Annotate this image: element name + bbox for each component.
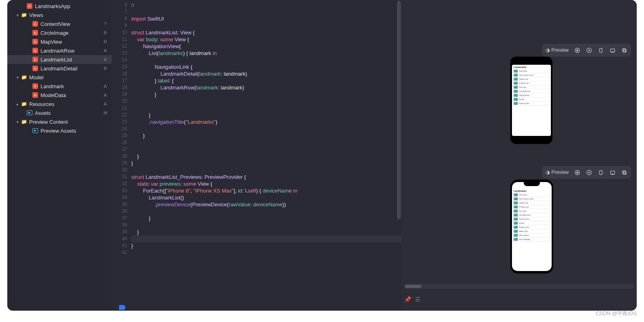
list-item[interactable]: Twin Lake	[512, 85, 551, 89]
nav-item-landmarksapp[interactable]: LandmarksApp	[7, 2, 112, 11]
disclosure-chevron[interactable]: ▾	[15, 75, 20, 80]
code-line[interactable]: LandmarkRow(landmark: landmark)	[131, 84, 402, 91]
nav-item-modeldata[interactable]: ModelDataA	[7, 91, 112, 100]
code-line[interactable]: }	[131, 160, 402, 167]
code-line[interactable]: struct LandmarkList_Previews: PreviewPro…	[131, 174, 402, 180]
list-item[interactable]: Chilkoot Trail	[512, 77, 551, 81]
list-item[interactable]: St. Mary Lake	[512, 205, 552, 209]
duplicate-icon[interactable]	[619, 45, 630, 55]
preview-hscrollbar[interactable]	[404, 284, 634, 289]
nav-item-model[interactable]: ▾📁Model	[7, 73, 112, 82]
scrollbar-thumb[interactable]	[405, 285, 421, 288]
list-item[interactable]: St. Mary Lake	[512, 81, 551, 85]
list-item[interactable]: Lake McDonald	[512, 213, 552, 217]
code-line[interactable]	[131, 98, 402, 105]
code-line[interactable]: NavigationLink {	[131, 64, 402, 70]
device-settings-icon[interactable]	[595, 167, 606, 178]
code-line[interactable]	[131, 222, 402, 229]
code-line[interactable]	[131, 208, 402, 215]
list-item[interactable]: Twin Lake	[512, 209, 552, 213]
list-item[interactable]: Icy Bay	[512, 221, 552, 225]
nav-item-contentview[interactable]: ContentView?	[7, 19, 112, 28]
code-line[interactable]: }	[131, 112, 402, 119]
inspect-icon[interactable]	[584, 167, 595, 178]
nav-item-views[interactable]: ▾📁Views	[7, 11, 112, 19]
device-settings-icon[interactable]	[595, 45, 606, 55]
preview-canvas[interactable]: ◑Preview Landmarks Turtle RockSilver Sal…	[402, 0, 637, 311]
code-line[interactable]: }	[131, 242, 402, 249]
inspect-icon[interactable]	[584, 45, 595, 55]
list-item[interactable]: Silver Salmon Creek	[512, 73, 551, 77]
preview-device-iphone8[interactable]: Landmarks Turtle RockSilver Salmon Creek…	[510, 57, 552, 144]
preview-device-iphonexsmax[interactable]: Landmarks Turtle RockSilver Salmon Creek…	[510, 180, 553, 273]
play-icon[interactable]	[572, 45, 583, 55]
code-view[interactable]: // import SwiftUI struct LandmarkList: V…	[131, 0, 402, 311]
code-line[interactable]: .navigationTitle("Landmarks")	[131, 119, 402, 125]
list-item[interactable]: Charley Rivers	[512, 93, 551, 97]
code-line[interactable]	[131, 146, 402, 153]
preview-mode-button[interactable]: ◑Preview	[543, 45, 571, 55]
code-line[interactable]: }	[131, 132, 402, 139]
variants-icon[interactable]	[607, 167, 618, 178]
nav-item-landmarklist[interactable]: LandmarkListA	[7, 55, 112, 64]
editor-scrollbar[interactable]	[396, 0, 402, 311]
code-line[interactable]: static var previews: some View {	[131, 180, 402, 187]
code-line[interactable]: //	[131, 2, 402, 8]
code-line[interactable]	[131, 8, 402, 15]
code-line[interactable]	[131, 57, 402, 64]
scrollbar-thumb[interactable]	[397, 1, 401, 219]
disclosure-chevron[interactable]: ▾	[15, 120, 20, 124]
code-line[interactable]: }	[131, 229, 402, 235]
list-item[interactable]: Silver Salmon Creek	[512, 197, 552, 201]
code-line[interactable]: } label: {	[131, 77, 402, 84]
project-navigator[interactable]: LandmarksApp▾📁ViewsContentView?CircleIma…	[7, 0, 112, 311]
code-line[interactable]	[131, 125, 402, 132]
code-line[interactable]	[131, 235, 402, 242]
nav-item-preview-assets[interactable]: Preview Assets	[7, 126, 112, 135]
outline-icon[interactable]: ☰	[415, 296, 420, 303]
breakpoint-indicator[interactable]	[119, 305, 126, 310]
preview-mode-button[interactable]: ◑Preview	[543, 167, 571, 178]
code-line[interactable]: NavigationView{	[131, 43, 402, 50]
list-item[interactable]: Rainbow Lake	[512, 225, 552, 229]
play-icon[interactable]	[572, 167, 583, 178]
code-line[interactable]: import SwiftUI	[131, 15, 402, 22]
code-line[interactable]: LandmarkList()	[131, 194, 402, 201]
code-line[interactable]: LandmarkDetail(landmark: landmark)	[131, 70, 402, 77]
nav-item-circleimage[interactable]: CircleImageR	[7, 28, 112, 37]
code-line[interactable]: var body: some View {	[131, 36, 402, 43]
list-item[interactable]: Icy Bay	[512, 97, 551, 102]
list-item[interactable]: Chilkoot Trail	[512, 201, 552, 205]
nav-item-landmark[interactable]: LandmarkA	[7, 82, 112, 91]
list-item[interactable]: Chincoteague	[512, 233, 552, 237]
code-line[interactable]	[131, 139, 402, 146]
code-line[interactable]	[131, 105, 402, 112]
code-line[interactable]: }	[131, 91, 402, 98]
list-item[interactable]: Rainbow Lake	[512, 102, 551, 106]
code-line[interactable]	[131, 167, 402, 174]
code-line[interactable]	[131, 249, 402, 256]
disclosure-chevron[interactable]: ▸	[15, 102, 20, 106]
code-line[interactable]: .previewDevice(PreviewDevice(rawValue: d…	[131, 201, 402, 208]
variants-icon[interactable]	[607, 45, 618, 55]
code-line[interactable]: }	[131, 215, 402, 222]
list-item[interactable]: Turtle Rock	[512, 69, 551, 73]
list-item[interactable]: Charley Rivers	[512, 217, 552, 221]
disclosure-chevron[interactable]: ▾	[15, 13, 20, 17]
nav-item-assets[interactable]: AssetsM	[7, 108, 112, 117]
list-item[interactable]: Hidden Lake	[512, 229, 552, 233]
nav-item-preview-content[interactable]: ▾📁Preview Content	[7, 117, 112, 126]
list-item[interactable]: Turtle Rock	[512, 193, 552, 197]
code-line[interactable]: List(landmarks) { landmark in	[131, 50, 402, 57]
code-line[interactable]: }	[131, 153, 402, 160]
pin-icon[interactable]: 📌	[404, 296, 411, 303]
list-item[interactable]: Lake Umbagog	[512, 237, 552, 241]
duplicate-icon[interactable]	[619, 167, 630, 178]
nav-item-landmarkrow[interactable]: LandmarkRowA	[7, 46, 112, 55]
code-line[interactable]	[131, 22, 402, 29]
code-editor[interactable]: 6789101112131415161718192021222324252627…	[112, 0, 402, 311]
nav-item-mapview[interactable]: MapViewR	[7, 37, 112, 46]
code-line[interactable]: struct LandmarkList: View {	[131, 29, 402, 36]
nav-item-landmarkdetail[interactable]: LandmarkDetailR	[7, 64, 112, 73]
nav-item-resources[interactable]: ▸📁ResourcesA	[7, 100, 112, 108]
